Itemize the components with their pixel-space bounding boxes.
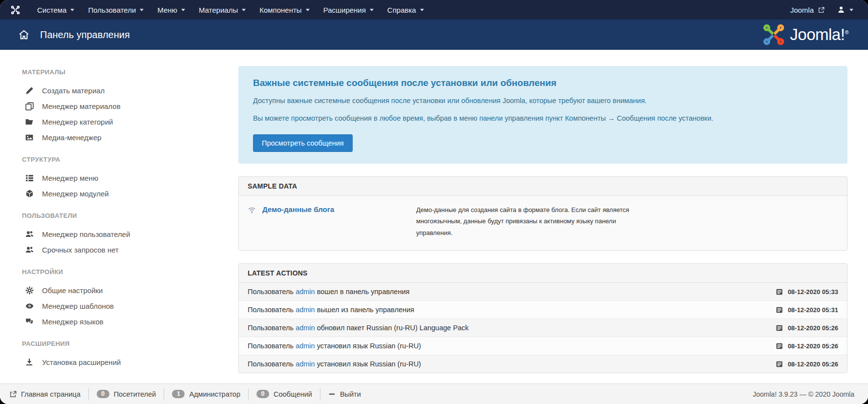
- sidebar-item-label: Менеджер шаблонов: [42, 302, 114, 310]
- topbar-menu-item[interactable]: Меню: [150, 0, 192, 20]
- visitors-stat[interactable]: 0 Посетителей: [88, 388, 164, 400]
- sidebar-section: РАСШИРЕНИЯ Установка расширений: [22, 340, 217, 370]
- copy-icon: [24, 102, 34, 110]
- sidebar-item[interactable]: Общие настройки: [24, 282, 217, 298]
- latest-actions-panel-title: LATEST ACTIONS: [239, 264, 847, 283]
- user-link[interactable]: admin: [296, 324, 315, 332]
- action-timestamp: 08-12-2020 05:26: [776, 361, 838, 368]
- sidebar-item-list: Установка расширений: [22, 354, 217, 370]
- action-list: Пользователь admin вошел в панель управл…: [239, 283, 847, 373]
- version-copyright: Joomla! 3.9.23 — © 2020 Joomla: [753, 390, 854, 398]
- messages-stat[interactable]: 0 Сообщений: [248, 388, 320, 400]
- gear-icon: [24, 286, 34, 295]
- joomla-logo: Joomla!®: [762, 23, 848, 46]
- admins-stat[interactable]: 1 Администратор: [164, 388, 248, 400]
- action-text: Пользователь admin вышел из панель управ…: [248, 306, 414, 314]
- post-install-alert: Важные системные сообщения после установ…: [238, 66, 847, 164]
- action-timestamp: 08-12-2020 05:31: [776, 306, 838, 314]
- sidebar: МАТЕРИАЛЫ Создать материал Менеджер мате…: [0, 50, 217, 404]
- sidebar-item-label: Менеджер языков: [42, 318, 104, 326]
- user-link[interactable]: admin: [296, 288, 315, 296]
- calendar-icon: [776, 342, 783, 350]
- users-icon: [24, 230, 34, 238]
- review-messages-button[interactable]: Просмотреть сообщения: [253, 134, 353, 152]
- caret-down-icon: [306, 9, 310, 11]
- action-text: Пользователь admin вошел в панель управл…: [248, 288, 409, 296]
- user-link[interactable]: admin: [296, 306, 315, 314]
- logout-link[interactable]: Выйти: [320, 388, 369, 400]
- sidebar-section: МАТЕРИАЛЫ Создать материал Менеджер мате…: [22, 68, 217, 145]
- alert-paragraph-2: Вы можете просмотреть сообщения в любое …: [253, 113, 833, 124]
- sidebar-item-label: Создать материал: [42, 86, 105, 95]
- sidebar-section-title: ПОЛЬЗОВАТЕЛИ: [22, 212, 217, 219]
- logout-label: Выйти: [340, 390, 361, 398]
- sidebar-section-title: МАТЕРИАЛЫ: [22, 68, 217, 76]
- caret-down-icon: [70, 9, 74, 11]
- sidebar-item-label: Медиа-менеджер: [42, 133, 102, 142]
- topbar-menu-label: Материалы: [199, 6, 238, 14]
- user-link[interactable]: admin: [296, 360, 315, 368]
- user-icon: [837, 6, 845, 14]
- sidebar-section: НАСТРОЙКИ Общие настройки Менеджер шабло…: [22, 268, 217, 329]
- sidebar-item[interactable]: Менеджер языков: [24, 314, 217, 329]
- sidebar-section: ПОЛЬЗОВАТЕЛИ Менеджер пользователей Сроч…: [22, 212, 217, 257]
- blog-sample-data-link[interactable]: Демо-данные блога: [262, 205, 334, 213]
- home-icon: [19, 29, 29, 40]
- caret-down-icon: [849, 9, 853, 11]
- sidebar-item[interactable]: Установка расширений: [24, 354, 217, 370]
- admin-menu-bar: Система Пользователи Меню Материалы Комп…: [0, 0, 868, 20]
- caret-down-icon: [420, 9, 424, 11]
- sidebar-item[interactable]: Создать материал: [24, 83, 217, 98]
- sidebar-item[interactable]: Менеджер материалов: [24, 98, 217, 114]
- sidebar-item-label: Срочных запросов нет: [42, 246, 119, 254]
- download-icon: [24, 358, 34, 366]
- caret-down-icon: [242, 9, 246, 11]
- topbar-menu-item[interactable]: Компоненты: [253, 0, 316, 20]
- sidebar-item-label: Установка расширений: [42, 358, 121, 366]
- user-menu[interactable]: [837, 6, 853, 14]
- sidebar-item[interactable]: Менеджер шаблонов: [24, 298, 217, 314]
- sample-data-panel: SAMPLE DATA Демо-данные блога Демо-данны…: [238, 176, 847, 251]
- topbar-menu-item[interactable]: Расширения: [317, 0, 381, 20]
- sidebar-item-label: Менеджер материалов: [42, 102, 121, 110]
- joomla-mark-icon: [0, 5, 30, 15]
- visitors-count-badge: 0: [97, 390, 109, 399]
- joomla-admin-window: Система Пользователи Меню Материалы Комп…: [0, 0, 868, 404]
- sidebar-item-label: Менеджер категорий: [42, 118, 113, 126]
- sidebar-item[interactable]: Медиа-менеджер: [24, 129, 217, 145]
- action-text: Пользователь admin установил язык Russia…: [248, 360, 421, 368]
- sidebar-item[interactable]: Менеджер пользователей: [24, 226, 217, 242]
- pencil-icon: [24, 86, 34, 95]
- topbar-menu-item[interactable]: Пользователи: [81, 0, 150, 20]
- topbar-menu-label: Пользователи: [88, 6, 136, 14]
- action-row: Пользователь admin установил язык Russia…: [239, 355, 847, 373]
- user-link[interactable]: admin: [296, 342, 315, 350]
- sidebar-item[interactable]: Менеджер категорий: [24, 114, 217, 129]
- topbar-menu-label: Справка: [387, 6, 416, 14]
- sidebar-section-title: РАСШИРЕНИЯ: [22, 340, 217, 347]
- topbar-menu-item[interactable]: Система: [30, 0, 81, 20]
- sidebar-item-list: Менеджер меню Менеджер модулей: [22, 170, 217, 201]
- caret-down-icon: [181, 9, 185, 11]
- sidebar-item[interactable]: Менеджер модулей: [24, 186, 217, 201]
- calendar-icon: [776, 324, 783, 332]
- sidebar-item[interactable]: Срочных запросов нет: [24, 242, 217, 257]
- topbar-menu-item[interactable]: Справка: [381, 0, 431, 20]
- visitors-label: Посетителей: [114, 390, 156, 398]
- action-row: Пользователь admin вышел из панель управ…: [239, 300, 847, 319]
- sidebar-item[interactable]: Менеджер меню: [24, 170, 217, 186]
- sidebar-item-label: Менеджер меню: [42, 174, 98, 182]
- alert-paragraph-1: Доступны важные системные сообщения посл…: [253, 96, 833, 106]
- folder-icon: [24, 117, 34, 126]
- topbar-menu-item[interactable]: Материалы: [192, 0, 253, 20]
- view-site-link[interactable]: Joomla: [790, 6, 825, 14]
- view-site-footer-link[interactable]: Главная страница: [10, 388, 88, 400]
- messages-label: Сообщений: [274, 390, 312, 398]
- messages-count-badge: 0: [256, 390, 269, 399]
- alert-title: Важные системные сообщения после установ…: [253, 78, 833, 88]
- page-title: Панель управления: [40, 29, 130, 41]
- admins-label: Администратор: [189, 390, 240, 398]
- joomla-logo-mark-icon: [762, 23, 785, 46]
- sidebar-item-list: Создать материал Менеджер материалов Мен…: [22, 83, 217, 145]
- action-row: Пользователь admin установил язык Russia…: [239, 337, 847, 355]
